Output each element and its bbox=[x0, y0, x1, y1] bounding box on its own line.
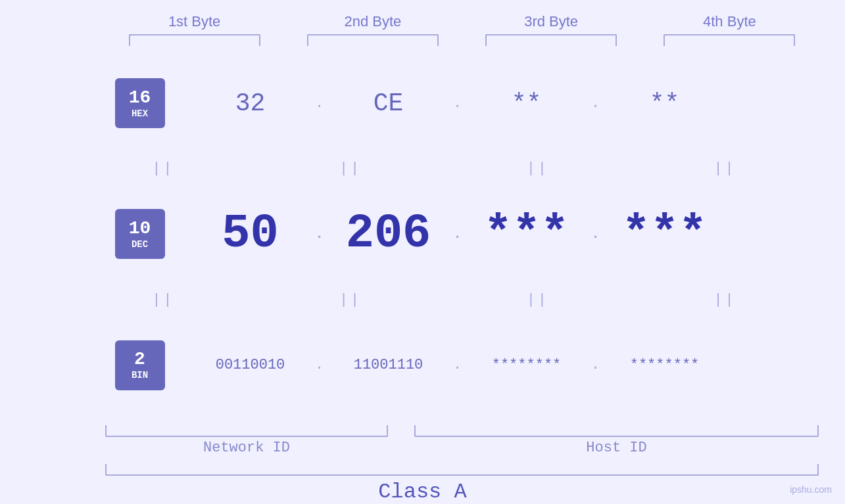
hex-values: 32 . CE . ** . ** bbox=[185, 89, 731, 118]
labels-row: Network ID Host ID bbox=[0, 440, 845, 456]
bin-badge-label: BIN bbox=[132, 370, 148, 380]
bracket-byte1 bbox=[129, 34, 260, 46]
bin-badge-num: 2 bbox=[134, 350, 145, 370]
dec-byte4: *** bbox=[599, 207, 731, 261]
byte2-header: 2nd Byte bbox=[307, 13, 439, 30]
class-bracket-row bbox=[0, 464, 845, 476]
network-bracket bbox=[105, 425, 388, 437]
eq1-b4: || bbox=[660, 160, 791, 177]
hex-byte1: 32 bbox=[185, 89, 316, 118]
dec-section: 10 DEC 50 . 206 . *** . *** bbox=[115, 177, 731, 291]
hex-byte3: ** bbox=[461, 89, 592, 118]
hex-badge-label: HEX bbox=[132, 108, 148, 119]
byte3-header: 3rd Byte bbox=[485, 13, 617, 30]
dec-byte1: 50 bbox=[185, 207, 316, 261]
bin-section: 2 BIN 00110010 . 11001110 . ******** . *… bbox=[115, 308, 731, 423]
bottom-brackets bbox=[0, 425, 845, 437]
equals-row-2: || || || || bbox=[0, 292, 845, 308]
bin-values: 00110010 . 11001110 . ******** . *******… bbox=[185, 357, 731, 373]
bin-byte4: ******** bbox=[599, 357, 731, 373]
bracket-byte4 bbox=[664, 34, 795, 46]
eq1-b1: || bbox=[97, 160, 229, 177]
eq2-b1: || bbox=[97, 292, 229, 308]
hex-section: 16 HEX 32 . CE . ** . ** bbox=[115, 46, 731, 160]
dec-badge: 10 DEC bbox=[115, 209, 165, 259]
eq2-b3: || bbox=[472, 292, 604, 308]
bin-badge: 2 BIN bbox=[115, 340, 165, 390]
eq2-b4: || bbox=[660, 292, 791, 308]
dec-byte3: *** bbox=[461, 207, 592, 261]
dec-badge-num: 10 bbox=[129, 219, 151, 239]
equals-row-1: || || || || bbox=[0, 160, 845, 177]
bracket-byte3 bbox=[485, 34, 617, 46]
watermark: ipshu.com bbox=[790, 484, 832, 495]
hex-badge: 16 HEX bbox=[115, 78, 165, 128]
dec-values: 50 . 206 . *** . *** bbox=[185, 207, 731, 261]
hex-badge-num: 16 bbox=[129, 88, 151, 108]
dec-badge-label: DEC bbox=[132, 239, 148, 250]
byte4-header: 4th Byte bbox=[664, 13, 795, 30]
bin-byte1: 00110010 bbox=[185, 357, 316, 373]
class-label: Class A bbox=[0, 480, 845, 504]
byte-headers: 1st Byte 2nd Byte 3rd Byte 4th Byte bbox=[0, 13, 845, 30]
eq2-b2: || bbox=[285, 292, 416, 308]
class-bracket bbox=[105, 464, 819, 476]
host-id-label: Host ID bbox=[414, 440, 819, 456]
top-brackets bbox=[0, 34, 845, 46]
bin-byte3: ******** bbox=[461, 357, 592, 373]
bin-byte2: 11001110 bbox=[323, 357, 454, 373]
dec-byte2: 206 bbox=[323, 207, 454, 261]
main-container: 1st Byte 2nd Byte 3rd Byte 4th Byte 16 H… bbox=[0, 0, 845, 504]
eq1-b2: || bbox=[285, 160, 416, 177]
bracket-byte2 bbox=[307, 34, 439, 46]
eq1-b3: || bbox=[472, 160, 604, 177]
hex-byte4: ** bbox=[599, 89, 731, 118]
network-id-label: Network ID bbox=[105, 440, 388, 456]
host-bracket bbox=[414, 425, 819, 437]
hex-byte2: CE bbox=[323, 89, 454, 118]
byte1-header: 1st Byte bbox=[129, 13, 260, 30]
